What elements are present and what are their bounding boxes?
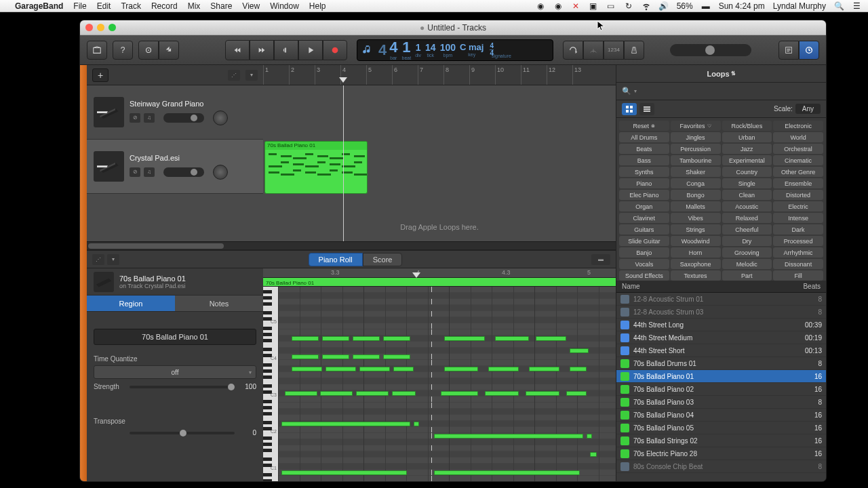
- tag-processed[interactable]: Processed: [773, 236, 823, 246]
- loop-item[interactable]: 70s Electric Piano 2816: [616, 447, 826, 460]
- menu-window[interactable]: Window: [270, 1, 299, 11]
- loop-item[interactable]: 70s Ballad Strings 0216: [616, 434, 826, 447]
- tag-single[interactable]: Single: [722, 178, 772, 188]
- tag-orchestral[interactable]: Orchestral: [773, 144, 823, 154]
- region-name-field[interactable]: 70s Ballad Piano 01: [94, 329, 256, 345]
- grid-view-button[interactable]: [622, 103, 637, 115]
- minimize-button[interactable]: [97, 24, 104, 31]
- loop-item[interactable]: 80s Console Chip Beat8: [616, 460, 826, 473]
- midi-region[interactable]: 70s Ballad Piano 01: [264, 141, 368, 194]
- pan-knob[interactable]: [213, 165, 228, 180]
- tag-grooving[interactable]: Grooving: [722, 247, 772, 258]
- tag-acoustic[interactable]: Acoustic: [722, 201, 772, 211]
- tag-jingles[interactable]: Jingles: [671, 132, 721, 142]
- loop-item[interactable]: 70s Ballad Piano 0216: [616, 383, 826, 396]
- loop-item[interactable]: 70s Ballad Piano 0116: [616, 370, 826, 383]
- menu-help[interactable]: Help: [309, 1, 326, 11]
- tag-distorted[interactable]: Distorted: [773, 190, 823, 200]
- menu-track[interactable]: Track: [121, 1, 141, 11]
- tag-cinematic[interactable]: Cinematic: [773, 155, 823, 165]
- tag-synths[interactable]: Synths: [619, 167, 669, 177]
- tag-relaxed[interactable]: Relaxed: [722, 213, 772, 223]
- editor-filter-icon[interactable]: ▾: [107, 254, 119, 265]
- master-volume[interactable]: [670, 44, 751, 56]
- tag-shaker[interactable]: Shaker: [671, 167, 721, 177]
- tag-dark[interactable]: Dark: [773, 224, 823, 235]
- tag-country[interactable]: Country: [722, 167, 772, 177]
- tag-arrhythmic[interactable]: Arrhythmic: [773, 247, 823, 258]
- track-volume[interactable]: [163, 167, 204, 177]
- close-button[interactable]: [85, 24, 93, 31]
- tag-beats[interactable]: Beats: [619, 144, 669, 154]
- play-button[interactable]: [298, 40, 323, 60]
- menu-app[interactable]: GarageBand: [15, 1, 63, 11]
- headphone-button[interactable]: ♫: [144, 167, 155, 177]
- tag-dissonant[interactable]: Dissonant: [773, 259, 823, 269]
- tag-urban[interactable]: Urban: [722, 132, 772, 142]
- tag-ensemble[interactable]: Ensemble: [773, 178, 823, 188]
- tab-notes[interactable]: Notes: [175, 296, 263, 312]
- tag-saxophone[interactable]: Saxophone: [671, 259, 721, 269]
- tag-textures[interactable]: Textures: [671, 270, 721, 281]
- metronome-button[interactable]: [624, 41, 644, 60]
- tag-electric[interactable]: Electric: [773, 201, 823, 211]
- loop-item[interactable]: 44th Street Short00:13: [616, 344, 826, 357]
- editors-button[interactable]: [159, 41, 179, 60]
- loop-item[interactable]: 44th Street Long00:39: [616, 319, 826, 331]
- tag-dry[interactable]: Dry: [722, 236, 772, 246]
- track-header-filter-icon[interactable]: ▾: [245, 70, 258, 81]
- arrange-area[interactable]: 70s Ballad Piano 01 Drag Apple Loops her…: [263, 85, 616, 241]
- loop-item[interactable]: 12-8 Acoustic Strum 018: [616, 293, 826, 306]
- zoom-button[interactable]: [108, 24, 116, 31]
- library-button[interactable]: [87, 41, 107, 60]
- editor-config-icon[interactable]: ⋰: [92, 254, 104, 265]
- stop-button[interactable]: [274, 40, 298, 60]
- tag-conga[interactable]: Conga: [671, 178, 721, 188]
- menu-share[interactable]: Share: [210, 1, 232, 11]
- tag-slide-guitar[interactable]: Slide Guitar: [619, 236, 669, 246]
- loop-item[interactable]: 12-8 Acoustic Strum 038: [616, 306, 826, 319]
- transpose-slider[interactable]: [130, 432, 235, 434]
- countin-button[interactable]: 1234: [604, 41, 624, 60]
- lcd-display[interactable]: 4 4bar 1beat 1div 14tick 100bpm C majkey…: [357, 39, 553, 61]
- loop-item[interactable]: 70s Ballad Piano 0416: [616, 409, 826, 422]
- tag-clean[interactable]: Clean: [722, 190, 772, 200]
- library-drawer-handle[interactable]: [80, 65, 87, 481]
- tag-fill[interactable]: Fill: [773, 270, 823, 281]
- notifications-icon[interactable]: ☰: [852, 1, 861, 11]
- headphone-button[interactable]: ♫: [144, 113, 155, 123]
- tag-vocals[interactable]: Vocals: [619, 259, 669, 269]
- menu-file[interactable]: File: [73, 1, 86, 11]
- track-row[interactable]: Steinway Grand Piano ⊘ ♫: [87, 85, 263, 140]
- pianoroll-ruler[interactable]: 3.3 4 4.3 5: [263, 268, 616, 278]
- rewind-button[interactable]: [225, 40, 250, 60]
- tag-melodic[interactable]: Melodic: [722, 259, 772, 269]
- tag-horn[interactable]: Horn: [671, 247, 721, 258]
- menu-view[interactable]: View: [242, 1, 260, 11]
- tag-organ[interactable]: Organ: [619, 201, 669, 211]
- tag-cheerful[interactable]: Cheerful: [722, 224, 772, 235]
- tag-other-genre[interactable]: Other Genre: [773, 167, 823, 177]
- tag-experimental[interactable]: Experimental: [722, 155, 772, 165]
- tag-intense[interactable]: Intense: [773, 213, 823, 223]
- strength-slider[interactable]: [130, 386, 235, 388]
- tag-strings[interactable]: Strings: [671, 224, 721, 235]
- loop-item[interactable]: 70s Ballad Piano 0516: [616, 422, 826, 434]
- tag-bongo[interactable]: Bongo: [671, 190, 721, 200]
- notepad-button[interactable]: [778, 41, 799, 60]
- playhead[interactable]: [343, 85, 344, 241]
- scale-select[interactable]: Any: [795, 104, 821, 114]
- tag-sound-effects[interactable]: Sound Effects: [619, 270, 669, 281]
- tag-world[interactable]: World: [773, 132, 823, 142]
- quickhelp-button[interactable]: ?: [113, 41, 133, 60]
- col-beats[interactable]: Beats: [803, 283, 821, 290]
- loop-item[interactable]: 70s Ballad Piano 038: [616, 396, 826, 409]
- mute-button[interactable]: ⊘: [130, 113, 140, 123]
- tab-region[interactable]: Region: [87, 296, 175, 312]
- menu-mix[interactable]: Mix: [188, 1, 201, 11]
- pan-knob[interactable]: [213, 110, 228, 125]
- timeline-ruler[interactable]: 12345678910111213: [263, 65, 616, 85]
- loop-item[interactable]: 44th Street Medium00:19: [616, 331, 826, 344]
- tag-all-drums[interactable]: All Drums: [619, 132, 669, 142]
- tab-score[interactable]: Score: [363, 253, 403, 266]
